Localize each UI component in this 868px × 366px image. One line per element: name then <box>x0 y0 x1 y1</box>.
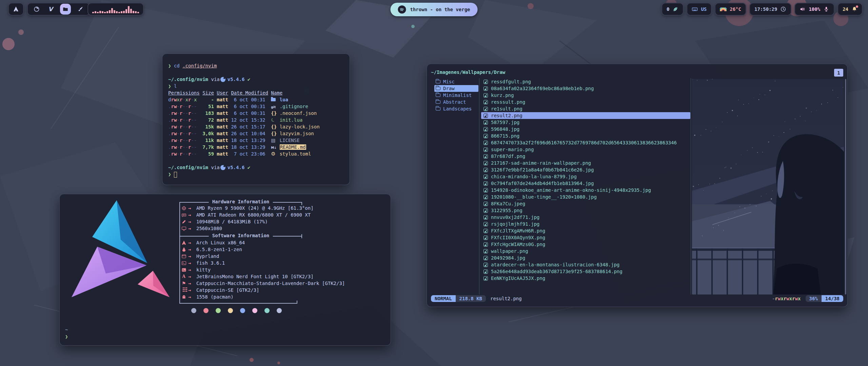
file-list-item[interactable]: FXfcHgcWIAMzs0G.png <box>481 241 690 248</box>
visualizer-bar <box>95 11 96 13</box>
breadcrumb-path: ~/Imagenes/Wallpapers/Draw <box>431 69 505 75</box>
visualizer-bar <box>137 12 139 14</box>
file-name: chica-mirando-la-luna-8799.jpg <box>491 174 577 179</box>
sidebar-directory-draw[interactable]: Draw <box>434 85 478 92</box>
image-file-icon <box>484 188 488 192</box>
visualizer-bar <box>114 10 115 13</box>
ghost-icon <box>181 294 186 300</box>
file-list-item[interactable]: FXfcJlTXgAMvH6R.png <box>481 227 690 234</box>
sidebar-directory-landscapes[interactable]: Landscapes <box>434 105 478 112</box>
image-file-icon <box>484 120 488 125</box>
file-list-item[interactable]: 20492984.jpg <box>481 255 690 261</box>
file-list-item[interactable]: FXfcII0X0AQyn9X.png <box>481 234 690 241</box>
file-list-item[interactable]: 8FKa7Cu.jpeg <box>481 200 690 207</box>
file-name: .gitignore <box>280 104 308 109</box>
speaker-icon <box>800 6 806 12</box>
updates-widget[interactable]: 0 <box>662 3 684 16</box>
prompt-input-line[interactable]: ❯ <box>168 171 344 178</box>
image-file-icon <box>484 236 488 240</box>
file-list-item[interactable]: re1sult.png <box>481 105 690 112</box>
workspace-vim[interactable]: V <box>46 5 55 14</box>
file-name: kurz.png <box>491 93 514 98</box>
file-name: 87r687df.png <box>491 154 525 159</box>
rainbow-icon <box>720 7 727 11</box>
file-list-item[interactable]: nnvuv0xj2df71.jpg <box>481 214 690 221</box>
file-list-item[interactable]: 87r687df.png <box>481 153 690 160</box>
keyboard-layout-widget[interactable]: US <box>687 3 712 16</box>
file-manager-window[interactable]: ~/Imagenes/Wallpapers/Draw 1 MiscDrawMin… <box>427 64 848 307</box>
terminal-window[interactable]: ❯ cd .config/nvim ~/.config/nvim via v5.… <box>162 54 350 185</box>
now-playing-widget[interactable]: thrown - on the verge <box>390 3 477 16</box>
ls-file-row: .rw-r--r--3,0kmatt26 oct 10:04lazyvim.js… <box>168 130 344 137</box>
shell-prompt[interactable]: ~ ❯ <box>65 326 68 340</box>
file-list-item[interactable]: super-mario.png <box>481 146 690 153</box>
image-file-icon <box>484 107 488 111</box>
file-list-item[interactable]: atardecer-en-la-montanas-ilustracion-634… <box>481 261 690 268</box>
image-file-icon <box>484 181 488 186</box>
file-list-item[interactable]: 19201080-__blue-tinge__-1920×1080.jpg <box>481 194 690 200</box>
file-list-item[interactable]: 866715.png <box>481 133 690 139</box>
weather-widget[interactable]: 26°C <box>715 3 746 16</box>
visualizer-bar <box>125 9 127 13</box>
visualizer-bar <box>121 11 122 13</box>
scrollbar[interactable] <box>845 79 846 294</box>
shell-command-line: ❯ cd .config/nvim <box>168 62 344 69</box>
ls-file-row: .rw-r--r--7,7kmatt18 oct 13:29README.md <box>168 144 344 150</box>
file-list-item[interactable]: 3126f7e9bbf21a8a4af0b67b041c6e26.jpg <box>481 166 690 173</box>
file-list-item[interactable]: rsjqojlmjhf91.jpg <box>481 221 690 227</box>
fetch-info-row: →Catppuccin-SE [GTK2/3] <box>179 287 345 293</box>
fetch-box-border: Hardware Information <box>179 202 302 203</box>
ls-file-row: drwxr-xr-x-matt 6 oct 00:31lua <box>168 96 344 103</box>
sidebar-directory-minimalist[interactable]: Minimalist <box>434 92 478 99</box>
fetch-info-row: →6.5.8-zen1-1-zen <box>179 246 345 253</box>
file-list-item[interactable]: 68747470733a2f2f696d616765732d7769786d70… <box>481 139 690 146</box>
status-bar: NORMAL 218.8 KB result2.png -rwxrwxrwx 3… <box>427 294 847 303</box>
command: l <box>174 83 177 89</box>
file-list-item[interactable]: 5a266e448add93deab367d87173e9f25-6837886… <box>481 268 690 275</box>
file-list-item[interactable]: EeNKYgIUcAAJ5JX.png <box>481 275 690 282</box>
file-name: nnvuv0xj2df71.jpg <box>491 215 539 220</box>
file-list-item[interactable]: 3122955.png <box>481 207 690 214</box>
file-list-item[interactable]: 587597.jpg <box>481 119 690 126</box>
file-list-item[interactable]: kurz.png <box>481 92 690 99</box>
fastfetch-window[interactable]: Hardware Information Software Informatio… <box>59 194 391 346</box>
file-list-item[interactable]: 0c794faf07de24a4db4d4fb1eb813964.jpg <box>481 180 690 187</box>
sidebar-directory-misc[interactable]: Misc <box>434 78 478 85</box>
file-name: 19201080-__blue-tinge__-1920×1080.jpg <box>491 194 597 200</box>
visualizer-bar <box>111 8 113 13</box>
notifications-widget[interactable]: 24 <box>837 3 863 16</box>
clock-widget[interactable]: 17:50:29 <box>749 3 791 16</box>
file-name: resssult.png <box>491 99 525 105</box>
workspace-paint[interactable] <box>76 5 85 14</box>
volume-widget[interactable]: 100% <box>794 3 834 16</box>
theme-flag-icon: ⚑ <box>182 281 186 286</box>
file-name: FXfcHgcWIAMzs0G.png <box>491 242 545 247</box>
file-name: 0c794faf07de24a4db4d4fb1eb813964.jpg <box>491 181 594 186</box>
file-list-item[interactable]: 08a634fa02a32364f69ebc86a98eb1eb.png <box>481 85 690 92</box>
workspace-files-active[interactable] <box>60 4 71 15</box>
temperature: 26°C <box>730 6 741 12</box>
workspace-firefox[interactable] <box>32 5 41 14</box>
file-list-item[interactable]: 217167-sad-anime-rain-wallpaper.png <box>481 160 690 166</box>
file-list-item[interactable]: 596848.jpg <box>481 126 690 133</box>
file-list-item[interactable]: chica-mirando-la-luna-8799.jpg <box>481 173 690 180</box>
sidebar-directory-abstract[interactable]: Abstract <box>434 99 478 105</box>
fetch-info-value: 868x366 <box>196 226 222 231</box>
tab-badge[interactable]: 1 <box>834 69 843 77</box>
file-list-item[interactable]: 154928-odinokoe_anime-art-anime-okno-sin… <box>481 187 690 194</box>
list-position: 14/38 <box>822 295 843 302</box>
audio-visualizer-widget[interactable] <box>87 3 144 16</box>
tux-icon <box>181 247 186 252</box>
image-file-icon <box>484 154 488 159</box>
image-file-icon <box>484 249 488 253</box>
file-list-item[interactable]: resssult.png <box>481 99 690 105</box>
file-list-item[interactable]: result2.png <box>481 112 690 119</box>
launcher-button[interactable] <box>8 3 24 16</box>
file-name: lazyvim.json <box>280 131 314 136</box>
file-list-item[interactable]: ressdfgult.png <box>481 78 690 85</box>
file-name: super-mario.png <box>491 147 534 152</box>
notifications-count: 24 <box>843 6 848 12</box>
terminal-cursor <box>174 172 177 178</box>
file-list-item[interactable]: wallpaper.png <box>481 248 690 255</box>
image-file-icon <box>484 134 488 138</box>
